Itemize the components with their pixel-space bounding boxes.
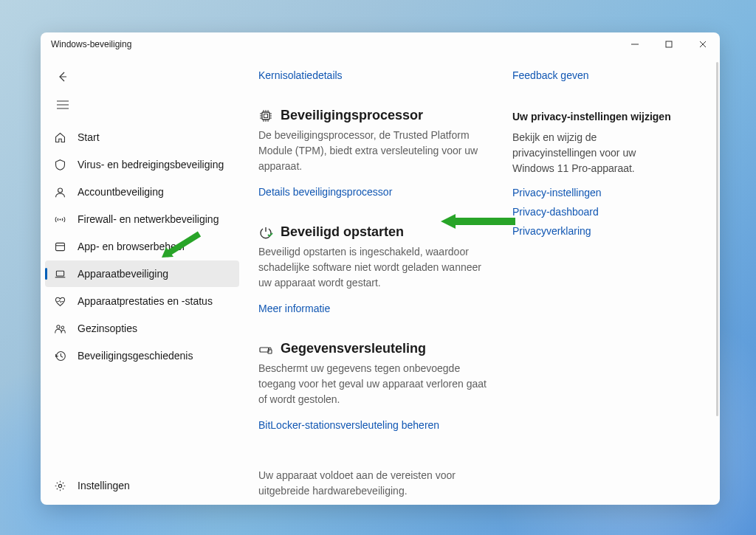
svg-point-8	[58, 187, 62, 192]
feedback-link[interactable]: Feedback geven	[512, 69, 679, 81]
section-description: De beveiligingsprocessor, de Trusted Pla…	[258, 128, 496, 174]
svg-rect-18	[262, 112, 269, 120]
maximize-button[interactable]	[652, 32, 686, 56]
sidebar-item-label: Accountbeveiliging	[78, 186, 164, 198]
aside: Feedback geven Uw privacy-instellingen w…	[509, 65, 679, 497]
sidebar-item-label: Start	[78, 131, 100, 143]
sidebar-item-device-security[interactable]: Apparaatbeveiliging	[45, 260, 239, 287]
sidebar-item-appbrowser[interactable]: App- en browserbeheer	[45, 233, 239, 260]
section-title: Gegevensversleuteling	[281, 341, 426, 356]
security-processor-details-link[interactable]: Details beveiligingsprocessor	[258, 186, 392, 198]
sidebar-item-firewall[interactable]: Firewall- en netwerkbeveiliging	[45, 206, 239, 232]
app-window-icon	[52, 239, 67, 254]
window-controls	[618, 32, 720, 56]
menu-toggle-button[interactable]	[49, 92, 76, 118]
sidebar-item-settings[interactable]: Instellingen	[45, 472, 239, 499]
sidebar-item-account[interactable]: Accountbeveiliging	[45, 179, 239, 205]
svg-rect-10	[55, 243, 64, 250]
home-icon	[52, 130, 67, 145]
svg-point-17	[58, 484, 61, 487]
titlebar: Windows-beveiliging	[41, 32, 720, 56]
window-title: Windows-beveiliging	[51, 39, 131, 49]
close-button[interactable]	[686, 32, 720, 56]
sidebar-item-label: Apparaatprestaties en -status	[78, 295, 213, 307]
privacy-statement-link[interactable]: Privacyverklaring	[512, 225, 679, 237]
scrollbar[interactable]	[716, 62, 718, 416]
svg-point-14	[56, 325, 59, 328]
person-icon	[52, 184, 67, 199]
aside-heading: Uw privacy-instellingen wijzigen	[512, 111, 679, 122]
sidebar-item-history[interactable]: Beveiligingsgeschiedenis	[45, 342, 239, 369]
app-window: Windows-beveiliging	[41, 32, 720, 505]
section-security-processor: Beveiligingsprocessor De beveiligingspro…	[258, 108, 496, 211]
power-check-icon	[258, 225, 273, 240]
svg-rect-19	[264, 114, 268, 117]
sidebar-item-virus[interactable]: Virus- en bedreigingsbeveiliging	[45, 151, 239, 178]
svg-rect-20	[260, 348, 269, 352]
sidebar-item-label: Instellingen	[78, 480, 130, 491]
section-description: Beschermt uw gegevens tegen onbevoegde t…	[258, 361, 496, 407]
gear-icon	[52, 478, 67, 493]
shield-icon	[52, 157, 67, 172]
history-icon	[52, 348, 67, 363]
main-content: Kernisolatiedetails Beveiligingsprocesso…	[244, 56, 720, 505]
chip-icon	[258, 108, 273, 123]
drive-lock-icon	[258, 342, 273, 356]
section-description: Beveiligd opstarten is ingeschakeld, waa…	[258, 244, 496, 291]
sidebar-item-label: Beveiligingsgeschiedenis	[78, 350, 193, 362]
privacy-dashboard-link[interactable]: Privacy-dashboard	[512, 206, 679, 218]
section-title: Beveiligingsprocessor	[281, 108, 423, 123]
section-data-encryption: Gegevensversleuteling Beschermt uw gegev…	[258, 341, 496, 444]
heart-icon	[52, 294, 67, 308]
svg-rect-12	[56, 271, 63, 276]
secure-boot-more-info-link[interactable]: Meer informatie	[258, 303, 330, 314]
section-secure-boot: Beveiligd opstarten Beveiligd opstarten …	[258, 224, 496, 328]
bitlocker-manage-link[interactable]: BitLocker-stationsversleuteling beheren	[258, 419, 439, 431]
sidebar-item-label: Firewall- en netwerkbeveiliging	[78, 213, 219, 225]
laptop-icon	[52, 266, 67, 281]
svg-point-9	[59, 218, 61, 220]
sidebar-item-device-health[interactable]: Apparaatprestaties en -status	[45, 288, 239, 314]
svg-rect-1	[666, 41, 672, 47]
sidebar-item-label: Virus- en bedreigingsbeveiliging	[78, 159, 224, 170]
back-button[interactable]	[49, 63, 76, 90]
sidebar: Start Virus- en bedreigingsbeveiliging A…	[41, 56, 244, 505]
sidebar-item-home[interactable]: Start	[45, 124, 239, 151]
sidebar-item-label: Apparaatbeveiliging	[78, 268, 168, 280]
sidebar-item-family[interactable]: Gezinsopties	[45, 315, 239, 342]
svg-point-15	[61, 326, 63, 328]
kernel-isolation-details-link[interactable]: Kernisolatiedetails	[258, 69, 343, 81]
sidebar-item-label: App- en browserbeheer	[78, 241, 185, 252]
sidebar-item-label: Gezinsopties	[78, 322, 137, 334]
people-icon	[52, 321, 67, 336]
antenna-icon	[52, 212, 67, 227]
minimize-button[interactable]	[618, 32, 652, 56]
footer-note: Uw apparaat voldoet aan de vereisten voo…	[258, 468, 496, 499]
aside-description: Bekijk en wijzig de privacyinstellingen …	[512, 130, 679, 176]
section-title: Beveiligd opstarten	[281, 224, 404, 240]
privacy-settings-link[interactable]: Privacy-instellingen	[512, 187, 679, 199]
